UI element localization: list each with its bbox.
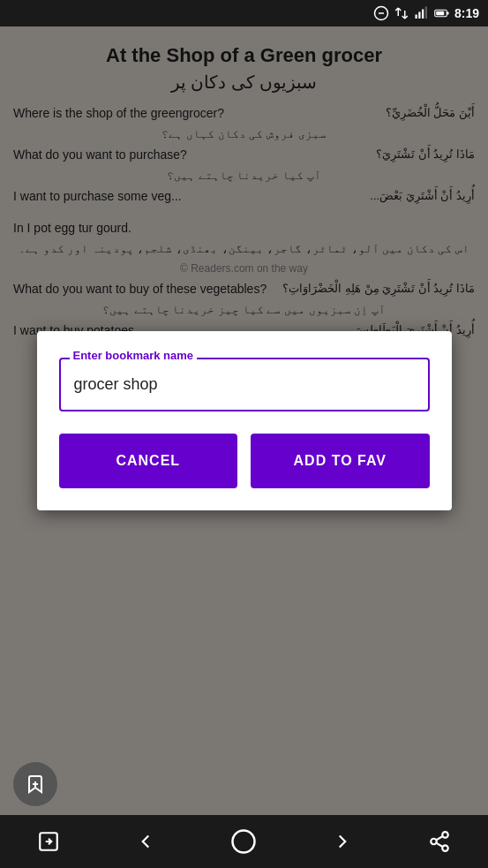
svg-point-15	[442, 845, 448, 851]
bookmark-fab[interactable]	[13, 762, 57, 806]
svg-line-17	[436, 836, 442, 840]
svg-rect-3	[418, 12, 420, 19]
home-icon	[230, 828, 257, 855]
dialog-overlay: Enter bookmark name CANCEL ADD TO FAV	[0, 26, 488, 815]
nav-home[interactable]	[230, 828, 257, 855]
svg-point-13	[442, 832, 448, 838]
nav-bar	[0, 815, 488, 868]
input-wrapper: Enter bookmark name	[59, 358, 430, 411]
svg-line-16	[436, 843, 442, 847]
share-icon	[428, 830, 451, 853]
add-to-fav-button[interactable]: ADD TO FAV	[251, 434, 430, 488]
nav-bookmark-exit[interactable]	[37, 830, 60, 853]
svg-point-14	[431, 839, 437, 845]
status-icons: 8:19	[373, 5, 479, 21]
nav-share[interactable]	[428, 830, 451, 853]
svg-point-12	[233, 831, 255, 853]
signal-icon	[414, 5, 430, 21]
bookmark-fab-icon	[25, 774, 46, 795]
bookmark-dialog: Enter bookmark name CANCEL ADD TO FAV	[37, 331, 452, 510]
bookmark-name-input[interactable]	[59, 358, 430, 411]
nav-back[interactable]	[134, 830, 157, 853]
svg-rect-5	[425, 7, 427, 19]
svg-rect-2	[415, 15, 417, 19]
svg-rect-8	[436, 11, 444, 16]
cancel-button[interactable]: CANCEL	[59, 434, 238, 488]
forward-icon	[331, 830, 354, 853]
exchange-icon	[394, 5, 409, 21]
battery-icon	[434, 5, 450, 21]
svg-rect-4	[422, 10, 424, 19]
minus-circle-icon	[373, 5, 389, 21]
dialog-buttons: CANCEL ADD TO FAV	[59, 434, 430, 488]
back-icon	[134, 830, 157, 853]
status-time: 8:19	[454, 6, 479, 20]
nav-forward[interactable]	[331, 830, 354, 853]
svg-rect-7	[447, 12, 448, 15]
status-bar: 8:19	[0, 0, 488, 26]
input-label: Enter bookmark name	[70, 349, 198, 362]
exit-icon	[37, 830, 60, 853]
